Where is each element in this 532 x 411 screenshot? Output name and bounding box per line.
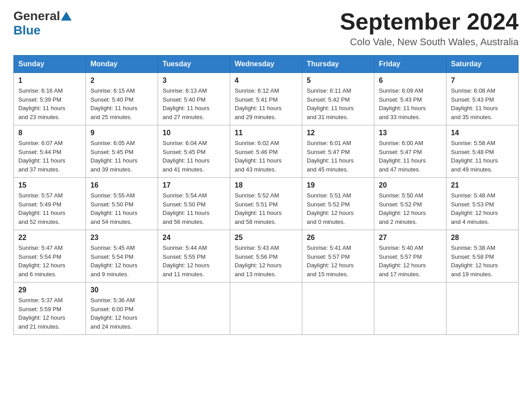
month-title: September 2024 bbox=[340, 9, 519, 34]
table-row: 5Sunrise: 6:11 AMSunset: 5:42 PMDaylight… bbox=[302, 73, 374, 125]
day-number: 22 bbox=[18, 234, 81, 242]
col-tuesday: Tuesday bbox=[158, 56, 230, 73]
calendar-week-row: 8Sunrise: 6:07 AMSunset: 5:44 PMDaylight… bbox=[14, 125, 519, 178]
table-row: 28Sunrise: 5:38 AMSunset: 5:58 PMDayligh… bbox=[446, 230, 519, 283]
day-info: Sunrise: 5:44 AMSunset: 5:55 PMDaylight:… bbox=[163, 244, 225, 278]
day-info: Sunrise: 5:58 AMSunset: 5:48 PMDaylight:… bbox=[451, 139, 514, 174]
col-monday: Monday bbox=[86, 56, 158, 73]
table-row bbox=[230, 283, 302, 335]
table-row: 7Sunrise: 6:08 AMSunset: 5:43 PMDaylight… bbox=[446, 73, 519, 125]
day-number: 10 bbox=[163, 129, 225, 137]
logo-general-text: General bbox=[13, 9, 60, 23]
table-row: 21Sunrise: 5:48 AMSunset: 5:53 PMDayligh… bbox=[446, 178, 519, 230]
table-row: 20Sunrise: 5:50 AMSunset: 5:52 PMDayligh… bbox=[374, 178, 446, 230]
page-header: General Blue September 2024 Colo Vale, N… bbox=[13, 9, 519, 48]
table-row: 30Sunrise: 5:36 AMSunset: 6:00 PMDayligh… bbox=[86, 283, 158, 335]
day-info: Sunrise: 5:50 AMSunset: 5:52 PMDaylight:… bbox=[379, 191, 442, 226]
day-number: 9 bbox=[90, 129, 153, 137]
table-row bbox=[302, 283, 374, 335]
col-thursday: Thursday bbox=[302, 56, 374, 73]
table-row: 15Sunrise: 5:57 AMSunset: 5:49 PMDayligh… bbox=[14, 178, 86, 230]
calendar-table: Sunday Monday Tuesday Wednesday Thursday… bbox=[13, 55, 519, 335]
day-number: 25 bbox=[235, 234, 297, 242]
col-wednesday: Wednesday bbox=[230, 56, 302, 73]
table-row: 29Sunrise: 5:37 AMSunset: 5:59 PMDayligh… bbox=[14, 283, 86, 335]
day-number: 17 bbox=[163, 181, 225, 189]
table-row: 22Sunrise: 5:47 AMSunset: 5:54 PMDayligh… bbox=[14, 230, 86, 283]
day-number: 18 bbox=[235, 181, 297, 189]
table-row: 10Sunrise: 6:04 AMSunset: 5:45 PMDayligh… bbox=[158, 125, 230, 178]
day-number: 26 bbox=[307, 234, 369, 242]
calendar-header-row: Sunday Monday Tuesday Wednesday Thursday… bbox=[14, 56, 519, 73]
day-info: Sunrise: 5:37 AMSunset: 5:59 PMDaylight:… bbox=[18, 296, 81, 331]
table-row: 2Sunrise: 6:15 AMSunset: 5:40 PMDaylight… bbox=[86, 73, 158, 125]
day-info: Sunrise: 5:40 AMSunset: 5:57 PMDaylight:… bbox=[379, 244, 442, 278]
day-info: Sunrise: 5:36 AMSunset: 6:00 PMDaylight:… bbox=[90, 296, 153, 331]
table-row bbox=[374, 283, 446, 335]
table-row: 1Sunrise: 6:16 AMSunset: 5:39 PMDaylight… bbox=[14, 73, 86, 125]
table-row: 12Sunrise: 6:01 AMSunset: 5:47 PMDayligh… bbox=[302, 125, 374, 178]
logo: General Blue bbox=[13, 9, 73, 38]
table-row: 24Sunrise: 5:44 AMSunset: 5:55 PMDayligh… bbox=[158, 230, 230, 283]
table-row: 17Sunrise: 5:54 AMSunset: 5:50 PMDayligh… bbox=[158, 178, 230, 230]
day-number: 21 bbox=[451, 181, 514, 189]
table-row: 11Sunrise: 6:02 AMSunset: 5:46 PMDayligh… bbox=[230, 125, 302, 178]
col-friday: Friday bbox=[374, 56, 446, 73]
day-info: Sunrise: 5:47 AMSunset: 5:54 PMDaylight:… bbox=[18, 244, 81, 278]
day-number: 29 bbox=[18, 286, 81, 294]
logo-triangle-icon bbox=[61, 12, 72, 21]
table-row: 18Sunrise: 5:52 AMSunset: 5:51 PMDayligh… bbox=[230, 178, 302, 230]
day-number: 7 bbox=[451, 77, 514, 85]
table-row: 4Sunrise: 6:12 AMSunset: 5:41 PMDaylight… bbox=[230, 73, 302, 125]
day-info: Sunrise: 6:05 AMSunset: 5:45 PMDaylight:… bbox=[90, 139, 153, 174]
col-saturday: Saturday bbox=[446, 56, 519, 73]
day-info: Sunrise: 5:55 AMSunset: 5:50 PMDaylight:… bbox=[90, 191, 153, 226]
table-row: 19Sunrise: 5:51 AMSunset: 5:52 PMDayligh… bbox=[302, 178, 374, 230]
day-info: Sunrise: 6:07 AMSunset: 5:44 PMDaylight:… bbox=[18, 139, 81, 174]
title-section: September 2024 Colo Vale, New South Wale… bbox=[340, 9, 519, 48]
day-info: Sunrise: 5:57 AMSunset: 5:49 PMDaylight:… bbox=[18, 191, 81, 226]
day-info: Sunrise: 5:52 AMSunset: 5:51 PMDaylight:… bbox=[235, 191, 297, 226]
day-number: 23 bbox=[90, 234, 153, 242]
day-number: 16 bbox=[90, 181, 153, 189]
day-info: Sunrise: 6:09 AMSunset: 5:43 PMDaylight:… bbox=[379, 86, 442, 121]
table-row: 9Sunrise: 6:05 AMSunset: 5:45 PMDaylight… bbox=[86, 125, 158, 178]
table-row: 6Sunrise: 6:09 AMSunset: 5:43 PMDaylight… bbox=[374, 73, 446, 125]
day-number: 19 bbox=[307, 181, 369, 189]
day-info: Sunrise: 6:12 AMSunset: 5:41 PMDaylight:… bbox=[235, 86, 297, 121]
day-info: Sunrise: 6:16 AMSunset: 5:39 PMDaylight:… bbox=[18, 86, 81, 121]
location-subtitle: Colo Vale, New South Wales, Australia bbox=[340, 36, 519, 48]
table-row: 8Sunrise: 6:07 AMSunset: 5:44 PMDaylight… bbox=[14, 125, 86, 178]
day-info: Sunrise: 6:11 AMSunset: 5:42 PMDaylight:… bbox=[307, 86, 369, 121]
day-number: 20 bbox=[379, 181, 442, 189]
calendar-week-row: 1Sunrise: 6:16 AMSunset: 5:39 PMDaylight… bbox=[14, 73, 519, 125]
day-info: Sunrise: 6:01 AMSunset: 5:47 PMDaylight:… bbox=[307, 139, 369, 174]
table-row: 14Sunrise: 5:58 AMSunset: 5:48 PMDayligh… bbox=[446, 125, 519, 178]
col-sunday: Sunday bbox=[14, 56, 86, 73]
day-number: 8 bbox=[18, 129, 81, 137]
table-row: 13Sunrise: 6:00 AMSunset: 5:47 PMDayligh… bbox=[374, 125, 446, 178]
table-row: 23Sunrise: 5:45 AMSunset: 5:54 PMDayligh… bbox=[86, 230, 158, 283]
table-row: 26Sunrise: 5:41 AMSunset: 5:57 PMDayligh… bbox=[302, 230, 374, 283]
day-number: 27 bbox=[379, 234, 442, 242]
table-row bbox=[446, 283, 519, 335]
day-info: Sunrise: 5:48 AMSunset: 5:53 PMDaylight:… bbox=[451, 191, 514, 226]
calendar-week-row: 15Sunrise: 5:57 AMSunset: 5:49 PMDayligh… bbox=[14, 178, 519, 230]
day-number: 1 bbox=[18, 77, 81, 85]
day-number: 28 bbox=[451, 234, 514, 242]
day-number: 15 bbox=[18, 181, 81, 189]
day-number: 4 bbox=[235, 77, 297, 85]
day-number: 13 bbox=[379, 129, 442, 137]
day-number: 5 bbox=[307, 77, 369, 85]
day-info: Sunrise: 6:04 AMSunset: 5:45 PMDaylight:… bbox=[163, 139, 225, 174]
day-info: Sunrise: 6:00 AMSunset: 5:47 PMDaylight:… bbox=[379, 139, 442, 174]
day-info: Sunrise: 5:43 AMSunset: 5:56 PMDaylight:… bbox=[235, 244, 297, 278]
day-number: 30 bbox=[90, 286, 153, 294]
day-info: Sunrise: 5:51 AMSunset: 5:52 PMDaylight:… bbox=[307, 191, 369, 226]
day-number: 24 bbox=[163, 234, 225, 242]
day-number: 12 bbox=[307, 129, 369, 137]
day-number: 11 bbox=[235, 129, 297, 137]
day-info: Sunrise: 6:02 AMSunset: 5:46 PMDaylight:… bbox=[235, 139, 297, 174]
day-info: Sunrise: 6:13 AMSunset: 5:40 PMDaylight:… bbox=[163, 86, 225, 121]
day-info: Sunrise: 5:41 AMSunset: 5:57 PMDaylight:… bbox=[307, 244, 369, 278]
